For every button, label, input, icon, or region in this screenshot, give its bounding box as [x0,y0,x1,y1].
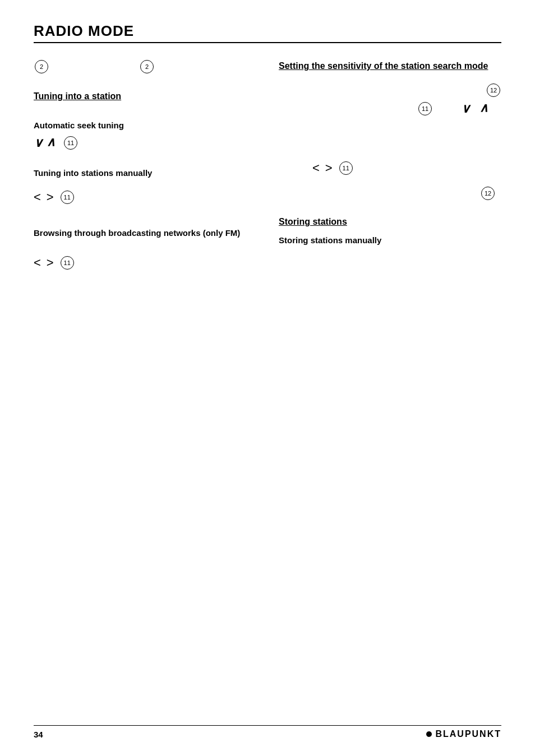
seek-arrow-down: ∨ [34,136,43,150]
circle-11-seek: 11 [64,136,77,150]
brand-name: BLAUPUNKT [435,729,501,739]
seek-arrow-up: ∨ [48,136,57,150]
content-columns: 2 2 Tuning into a station Automatic seek… [34,60,501,286]
sensitivity-seek-down: ∨ [461,101,470,116]
storing-manually-heading: Storing stations manually [279,234,501,246]
browse-arrows-row: < > 11 [34,256,256,270]
circle-11-browse: 11 [61,256,74,270]
section-storing: Storing stations Storing stations manual… [279,216,501,245]
section-browsing-networks: Browsing through broadcasting networks (… [34,227,256,270]
circle-12-sensitivity: 12 [487,84,500,97]
page-title: RADIO MODE [34,22,501,40]
manual-arrows-row-1: < > 11 [34,190,256,205]
section-automatic-seek: Automatic seek tuning ∨ ∨ 11 [34,119,256,150]
right-column: Setting the sensitivity of the station s… [268,60,501,286]
left-column: 2 2 Tuning into a station Automatic seek… [34,60,268,286]
tuning-manually-heading: Tuning into stations manually [34,167,256,179]
sensitivity-heading: Setting the sensitivity of the station s… [279,60,501,72]
automatic-seek-heading: Automatic seek tuning [34,119,256,131]
page-number: 34 [34,730,43,739]
brand-dot [426,731,432,737]
page: RADIO MODE 2 2 Tuning into a station Aut… [0,0,535,756]
brand: BLAUPUNKT [426,729,501,739]
footer: 34 BLAUPUNKT [34,725,501,739]
manual-arrow-left: < [34,190,41,205]
circle-11-right-manual: 11 [339,161,353,175]
section-tuning-into-station: Tuning into a station [34,90,256,103]
section-tuning-manually: Tuning into stations manually < > 11 [34,167,256,205]
circle-12-right: 12 [481,187,495,200]
section-sensitivity: Setting the sensitivity of the station s… [279,60,501,116]
tuning-into-station-heading: Tuning into a station [34,90,256,103]
circle-2-left: 2 [35,60,48,73]
browse-arrow-right: > [47,256,54,270]
top-circles-row: 2 2 [34,60,256,73]
browse-arrow-left: < [34,256,41,270]
right-manual-arrows: < > 11 [279,161,501,175]
manual-arrow-right: > [47,190,54,205]
sensitivity-seek-up: ∨ [481,101,490,116]
section-right-manual: < > 11 12 [279,161,501,200]
right-manual-arrow-left: < [312,161,320,175]
storing-stations-heading: Storing stations [279,216,501,228]
browsing-networks-heading: Browsing through broadcasting networks (… [34,227,256,239]
circle-11-sensitivity: 11 [418,102,432,115]
header-rule [34,42,501,43]
seek-arrows-row: ∨ ∨ 11 [34,136,256,150]
circle-2-right: 2 [140,60,154,73]
right-manual-arrow-right: > [325,161,333,175]
circle-11-manual: 11 [61,191,74,204]
